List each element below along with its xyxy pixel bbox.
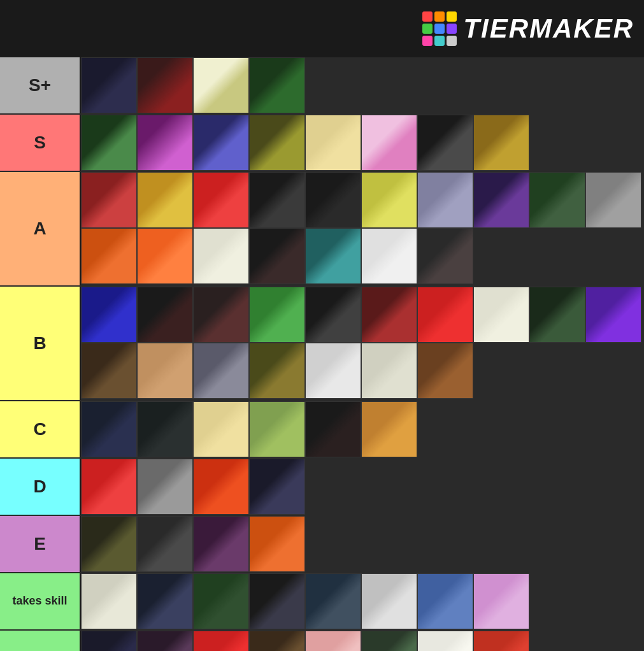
list-item xyxy=(361,228,417,284)
tier-items-b xyxy=(80,287,644,400)
list-item xyxy=(417,343,473,399)
tier-row-s: S xyxy=(0,115,644,172)
tier-label-s: S xyxy=(0,115,80,171)
list-item xyxy=(305,401,361,457)
tier-row-d: D xyxy=(0,459,644,516)
list-item xyxy=(137,516,193,572)
list-item xyxy=(137,631,193,651)
list-item xyxy=(361,115,417,171)
tier-row-b: B xyxy=(0,287,644,401)
list-item xyxy=(81,172,137,228)
tier-label-c: C xyxy=(0,401,80,457)
tier-label-b: B xyxy=(0,287,80,400)
list-item xyxy=(249,516,305,572)
tier-row-takes-skill: takes skill xyxy=(0,573,644,631)
list-item xyxy=(473,573,529,629)
logo: TierMaker xyxy=(422,11,634,46)
list-item xyxy=(249,459,305,515)
list-item xyxy=(249,287,305,343)
list-item xyxy=(361,631,417,651)
list-item xyxy=(249,631,305,651)
list-item xyxy=(193,172,249,228)
logo-cell xyxy=(422,11,433,22)
tier-row-e: E xyxy=(0,516,644,573)
list-item xyxy=(81,115,137,171)
logo-cell xyxy=(422,24,433,34)
list-item xyxy=(193,459,249,515)
list-item xyxy=(81,631,137,651)
list-item xyxy=(417,228,473,284)
tier-row-a: A xyxy=(0,172,644,287)
logo-grid xyxy=(422,11,457,46)
list-item xyxy=(417,287,473,343)
tier-label-e: E xyxy=(0,516,80,572)
list-item xyxy=(81,287,137,343)
list-item xyxy=(417,631,473,651)
logo-cell xyxy=(447,11,457,22)
tier-label-so-fucking-ass: so fucking ass xyxy=(0,631,80,651)
list-item xyxy=(249,343,305,399)
list-item xyxy=(81,573,137,629)
list-item xyxy=(81,343,137,399)
list-item xyxy=(249,115,305,171)
list-item xyxy=(81,57,137,113)
list-item xyxy=(137,573,193,629)
tier-label-sp: S+ xyxy=(0,57,80,113)
tier-items-so-fucking-ass xyxy=(80,631,644,651)
tier-items-e xyxy=(80,516,644,572)
list-item xyxy=(473,287,529,343)
tier-row-sp: S+ xyxy=(0,57,644,115)
list-item xyxy=(193,516,249,572)
list-item xyxy=(305,573,361,629)
tier-items-s xyxy=(80,115,644,171)
tier-items-c xyxy=(80,401,644,457)
logo-text: TierMaker xyxy=(463,13,634,44)
list-item xyxy=(361,287,417,343)
logo-cell xyxy=(422,36,433,46)
list-item xyxy=(137,401,193,457)
list-item xyxy=(473,115,529,171)
list-item xyxy=(529,287,585,343)
tier-items-sp xyxy=(80,57,644,113)
list-item xyxy=(81,228,137,284)
tier-label-a: A xyxy=(0,172,80,285)
logo-cell xyxy=(447,24,457,34)
list-item xyxy=(529,172,585,228)
list-item xyxy=(137,287,193,343)
tier-items-a xyxy=(80,172,644,285)
list-item xyxy=(81,459,137,515)
list-item xyxy=(137,172,193,228)
tier-row-so-fucking-ass: so fucking ass xyxy=(0,631,644,651)
list-item xyxy=(193,343,249,399)
list-item xyxy=(473,172,529,228)
list-item xyxy=(585,172,641,228)
list-item xyxy=(361,401,417,457)
tier-items-d xyxy=(80,459,644,515)
tier-list: TierMaker S+ S A xyxy=(0,0,644,651)
list-item xyxy=(249,57,305,113)
list-item xyxy=(193,228,249,284)
list-item xyxy=(81,516,137,572)
list-item xyxy=(249,573,305,629)
list-item xyxy=(417,172,473,228)
header: TierMaker xyxy=(0,0,644,57)
list-item xyxy=(585,287,641,343)
list-item xyxy=(193,57,249,113)
list-item xyxy=(193,287,249,343)
logo-cell xyxy=(447,36,457,46)
list-item xyxy=(361,343,417,399)
list-item xyxy=(137,459,193,515)
tier-items-takes-skill xyxy=(80,573,644,629)
list-item xyxy=(417,115,473,171)
tier-label-takes-skill: takes skill xyxy=(0,573,80,629)
list-item xyxy=(305,343,361,399)
list-item xyxy=(417,573,473,629)
list-item xyxy=(473,631,529,651)
logo-cell xyxy=(434,36,445,46)
list-item xyxy=(305,631,361,651)
list-item xyxy=(305,115,361,171)
list-item xyxy=(361,172,417,228)
list-item xyxy=(305,228,361,284)
list-item xyxy=(81,401,137,457)
list-item xyxy=(193,631,249,651)
